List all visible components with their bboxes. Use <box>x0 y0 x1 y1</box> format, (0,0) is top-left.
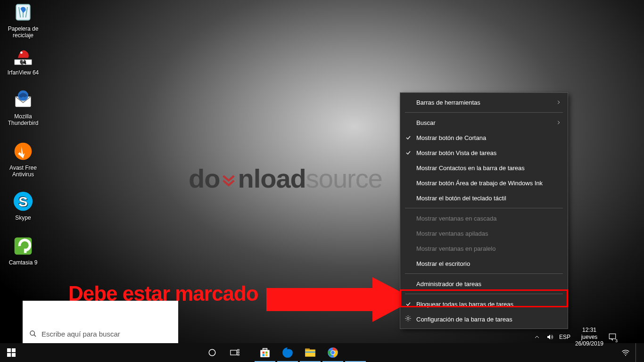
svg-rect-23 <box>238 354 239 355</box>
taskbar-app-store[interactable] <box>254 343 276 362</box>
start-button[interactable] <box>0 343 23 362</box>
desktop-icon-recycle-bin[interactable]: Papelera de reciclaje <box>5 1 41 39</box>
irfanview-icon: 64 <box>12 45 34 67</box>
svg-rect-16 <box>12 348 16 352</box>
menu-item-label: Mostrar ventanas en cascada <box>416 215 497 222</box>
desktop-icon-label: Mozilla Thunderbird <box>5 113 41 126</box>
svg-rect-17 <box>7 353 11 357</box>
show-desktop-button[interactable] <box>636 343 638 362</box>
search-placeholder: Escribe aquí para buscar <box>41 330 120 338</box>
watermark-source: source <box>306 163 382 194</box>
desktop-icon-thunderbird[interactable]: Mozilla Thunderbird <box>5 89 41 126</box>
menu-item[interactable]: Mostrar botón Área de trabajo de Windows… <box>400 175 568 190</box>
menu-item[interactable]: Configuración de la barra de tareas <box>400 312 568 327</box>
svg-rect-22 <box>238 352 239 353</box>
menu-item[interactable]: Mostrar el escritorio <box>400 256 568 271</box>
svg-rect-32 <box>305 352 315 353</box>
tray-language[interactable]: ESP <box>559 334 570 340</box>
menu-item[interactable]: Bloquear todas las barras de tareas <box>400 296 568 312</box>
menu-item[interactable]: Mostrar botón de Cortana <box>400 130 568 145</box>
menu-item[interactable]: Barras de herramientas <box>400 95 568 110</box>
svg-rect-18 <box>12 353 16 357</box>
menu-item-label: Mostrar ventanas en paralelo <box>416 245 495 252</box>
skype-icon: S <box>12 190 34 213</box>
menu-item-label: Mostrar botón Vista de tareas <box>416 149 496 156</box>
desktop-icon-skype[interactable]: SSkype <box>5 190 41 221</box>
file-explorer-icon <box>304 346 316 359</box>
svg-marker-11 <box>266 277 415 322</box>
svg-point-13 <box>30 331 34 335</box>
svg-rect-27 <box>265 352 267 354</box>
menu-item[interactable]: Mostrar botón Vista de tareas <box>400 145 568 160</box>
svg-point-12 <box>407 317 409 319</box>
tray-chevron-up[interactable] <box>533 333 541 341</box>
watermark-do: do <box>189 163 220 194</box>
desktop-icon-label: IrfanView 64 <box>5 69 41 76</box>
desktop-icon-label: Skype <box>5 214 41 221</box>
checkmark-icon <box>405 150 411 156</box>
svg-rect-28 <box>263 354 264 356</box>
menu-item[interactable]: Mostrar Contactos en la barra de tareas <box>400 160 568 175</box>
search-icon <box>29 330 37 337</box>
gear-icon <box>405 315 412 323</box>
volume-icon <box>546 333 554 341</box>
taskbar-app-explorer[interactable] <box>299 343 322 362</box>
tray-clock[interactable]: 12:31 jueves 26/09/2019 <box>575 327 603 347</box>
tray-volume[interactable] <box>546 333 554 341</box>
avast-icon <box>12 140 34 163</box>
svg-rect-25 <box>263 348 267 350</box>
menu-item: Mostrar ventanas en cascada <box>400 211 568 226</box>
desktop-icon-label: Camtasia 9 <box>5 259 41 266</box>
menu-item-label: Mostrar Contactos en la barra de tareas <box>416 165 525 172</box>
desktop-icon-label: Avast Free Antivirus <box>5 165 41 178</box>
thunderbird-icon <box>12 89 34 111</box>
taskbar-app-chrome[interactable] <box>322 343 344 362</box>
menu-separator <box>405 208 563 208</box>
svg-rect-29 <box>265 354 267 356</box>
desktop-icon-irfanview[interactable]: 64IrfanView 64 <box>5 45 41 76</box>
menu-item-label: Configuración de la barra de tareas <box>416 316 512 323</box>
windows-logo-icon <box>7 348 16 357</box>
menu-separator <box>405 294 563 294</box>
taskbar-app-unknown[interactable] <box>344 343 367 362</box>
svg-rect-30 <box>305 350 315 357</box>
menu-item[interactable]: Administrador de tareas <box>400 276 568 291</box>
watermark-chevron-icon <box>221 173 237 189</box>
annotation-arrow-icon <box>266 277 415 322</box>
cortana-icon <box>208 348 216 357</box>
svg-point-19 <box>209 349 215 356</box>
svg-rect-10 <box>24 249 27 253</box>
windows-desktop[interactable]: do nload source Papelera de reciclaje64I… <box>0 0 644 362</box>
desktop-icon-avast[interactable]: Avast Free Antivirus <box>5 140 41 178</box>
edge-icon <box>281 346 294 359</box>
desktop-icon-camtasia[interactable]: Camtasia 9 <box>5 235 41 266</box>
svg-rect-24 <box>260 350 270 357</box>
svg-rect-15 <box>7 348 11 352</box>
svg-point-37 <box>625 355 626 356</box>
checkmark-icon <box>405 301 411 307</box>
camtasia-icon <box>12 235 34 257</box>
watermark-nload: nload <box>238 163 305 194</box>
recycle-bin-icon <box>12 1 34 24</box>
menu-item-label: Mostrar ventanas apiladas <box>416 230 488 237</box>
menu-item-label: Bloquear todas las barras de tareas <box>416 301 513 308</box>
menu-item-label: Mostrar el escritorio <box>416 260 470 267</box>
menu-item[interactable]: Mostrar el botón del teclado táctil <box>400 190 568 206</box>
svg-line-14 <box>34 335 36 337</box>
taskbar-app-edge[interactable] <box>276 343 299 362</box>
tray-notifications[interactable]: 3 <box>608 333 617 341</box>
svg-rect-26 <box>263 352 264 354</box>
task-view-button[interactable] <box>223 343 246 362</box>
taskbar <box>0 343 644 362</box>
search-input-row[interactable]: Escribe aquí para buscar <box>23 324 178 343</box>
menu-item-label: Buscar <box>416 119 435 126</box>
desktop-icon-label: Papelera de reciclaje <box>5 25 41 39</box>
svg-text:64: 64 <box>20 59 26 65</box>
menu-item: Mostrar ventanas en paralelo <box>400 241 568 256</box>
task-view-icon <box>230 349 239 356</box>
microsoft-store-icon <box>259 346 271 359</box>
tray-wifi[interactable] <box>621 348 630 357</box>
cortana-button[interactable] <box>201 343 223 362</box>
menu-item[interactable]: Buscar <box>400 115 568 130</box>
chevron-up-icon <box>534 334 540 340</box>
